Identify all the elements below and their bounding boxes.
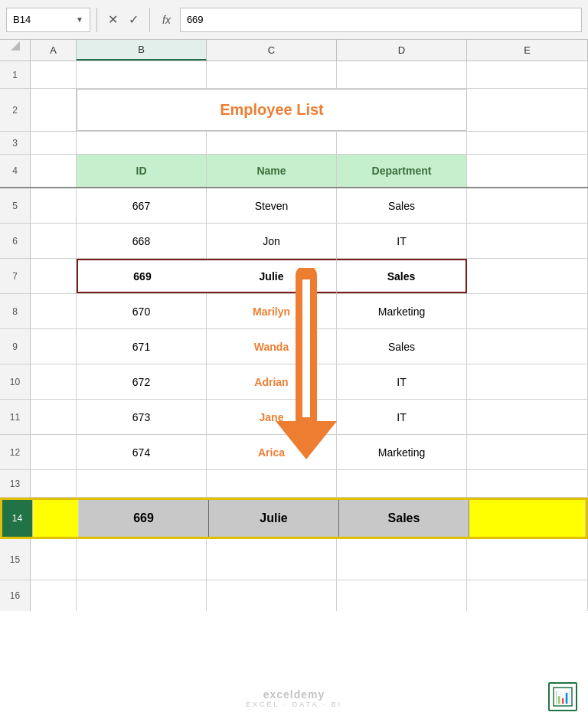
cell-b15[interactable] xyxy=(77,539,207,580)
cell-e5[interactable] xyxy=(467,188,588,223)
cell-d12[interactable]: Marketing xyxy=(337,435,467,469)
cell-a7[interactable] xyxy=(31,259,77,293)
cell-b14[interactable]: 669 xyxy=(79,500,209,537)
cell-c10[interactable]: Adrian xyxy=(207,364,337,399)
row-header-8: 8 xyxy=(0,294,31,328)
cell-b9[interactable]: 671 xyxy=(77,329,207,364)
cell-e13[interactable] xyxy=(467,470,588,497)
name-box-dropdown-icon[interactable]: ▼ xyxy=(76,15,83,24)
cell-c3[interactable] xyxy=(207,132,337,154)
row-2: 2 Employee List xyxy=(0,89,588,132)
cell-e11[interactable] xyxy=(467,400,588,434)
cell-c14[interactable]: Julie xyxy=(209,500,339,537)
cell-b6[interactable]: 668 xyxy=(77,224,207,258)
cell-e1[interactable] xyxy=(467,61,588,88)
cell-e4[interactable] xyxy=(467,155,588,187)
cell-e9[interactable] xyxy=(467,329,588,364)
cell-a16[interactable] xyxy=(31,580,77,611)
row-15: 15 xyxy=(0,539,588,580)
cell-c5[interactable]: Steven xyxy=(207,188,337,223)
cell-e8[interactable] xyxy=(467,294,588,328)
cell-d6[interactable]: IT xyxy=(337,224,467,258)
cell-b7[interactable]: 669 xyxy=(77,259,207,293)
cell-a15[interactable] xyxy=(31,539,77,580)
row-1: 1 xyxy=(0,61,588,89)
header-name[interactable]: Name xyxy=(207,155,337,187)
cell-c9[interactable]: Wanda xyxy=(207,329,337,364)
cell-d13[interactable] xyxy=(337,470,467,497)
header-id[interactable]: ID xyxy=(77,155,207,187)
cell-d9[interactable]: Sales xyxy=(337,329,467,364)
cell-a4[interactable] xyxy=(31,155,77,187)
row-header-13: 13 xyxy=(0,470,31,497)
cell-b8[interactable]: 670 xyxy=(77,294,207,328)
col-header-d[interactable]: D xyxy=(337,40,467,60)
cancel-icon[interactable]: ✕ xyxy=(108,12,118,27)
col-header-a[interactable]: A xyxy=(31,40,77,60)
cell-b12[interactable]: 674 xyxy=(77,435,207,469)
cell-c13[interactable] xyxy=(207,470,337,497)
row-3: 3 xyxy=(0,132,588,155)
cell-d1[interactable] xyxy=(337,61,467,88)
cell-d7[interactable]: Sales xyxy=(337,259,467,293)
formula-input[interactable]: 669 xyxy=(180,8,582,32)
cell-b13[interactable] xyxy=(77,470,207,497)
row-header-15: 15 xyxy=(0,539,31,580)
col-header-c[interactable]: C xyxy=(207,40,337,60)
cell-c7[interactable]: Julie xyxy=(207,259,337,293)
cell-d15[interactable] xyxy=(337,539,467,580)
cell-e14[interactable] xyxy=(469,500,586,537)
row-16: 16 xyxy=(0,580,588,611)
name-box[interactable]: B14 ▼ xyxy=(6,8,90,32)
cell-c6[interactable]: Jon xyxy=(207,224,337,258)
cell-a10[interactable] xyxy=(31,364,77,399)
cell-c12[interactable]: Arica xyxy=(207,435,337,469)
confirm-icon[interactable]: ✓ xyxy=(129,12,139,27)
cell-d10[interactable]: IT xyxy=(337,364,467,399)
cell-a1[interactable] xyxy=(31,61,77,88)
cell-a9[interactable] xyxy=(31,329,77,364)
row-header-2: 2 xyxy=(0,89,31,131)
exceldemy-icon[interactable]: 📊 xyxy=(548,682,577,711)
cell-a6[interactable] xyxy=(31,224,77,258)
cell-a14[interactable] xyxy=(33,500,79,537)
cell-a5[interactable] xyxy=(31,188,77,223)
cell-d3[interactable] xyxy=(337,132,467,154)
row-header-14: 14 xyxy=(2,500,33,537)
cell-b3[interactable] xyxy=(77,132,207,154)
cell-e7[interactable] xyxy=(467,259,588,293)
cell-b11[interactable]: 673 xyxy=(77,400,207,434)
cell-b10[interactable]: 672 xyxy=(77,364,207,399)
cell-b16[interactable] xyxy=(77,580,207,611)
cell-c15[interactable] xyxy=(207,539,337,580)
header-department[interactable]: Department xyxy=(337,155,467,187)
col-header-b[interactable]: B xyxy=(77,40,207,60)
cell-e3[interactable] xyxy=(467,132,588,154)
cell-d16[interactable] xyxy=(337,580,467,611)
col-header-e[interactable]: E xyxy=(467,40,588,60)
cell-b5[interactable]: 667 xyxy=(77,188,207,223)
cell-d14[interactable]: Sales xyxy=(339,500,469,537)
cell-c8[interactable]: Marilyn xyxy=(207,294,337,328)
cell-a13[interactable] xyxy=(31,470,77,497)
cell-a12[interactable] xyxy=(31,435,77,469)
cell-e10[interactable] xyxy=(467,364,588,399)
cell-c16[interactable] xyxy=(207,580,337,611)
cell-a11[interactable] xyxy=(31,400,77,434)
cell-a8[interactable] xyxy=(31,294,77,328)
cell-d11[interactable]: IT xyxy=(337,400,467,434)
cell-c11[interactable]: Jane xyxy=(207,400,337,434)
cell-d5[interactable]: Sales xyxy=(337,188,467,223)
cell-d8[interactable]: Marketing xyxy=(337,294,467,328)
cell-e16[interactable] xyxy=(467,580,588,611)
cell-c1[interactable] xyxy=(207,61,337,88)
cell-e2[interactable] xyxy=(467,89,588,131)
cell-e12[interactable] xyxy=(467,435,588,469)
cell-a3[interactable] xyxy=(31,132,77,154)
employee-list-title: Employee List xyxy=(77,89,467,131)
corner-header xyxy=(0,40,31,60)
cell-e15[interactable] xyxy=(467,539,588,580)
cell-e6[interactable] xyxy=(467,224,588,258)
cell-b1[interactable] xyxy=(77,61,207,88)
cell-a2[interactable] xyxy=(31,89,77,131)
